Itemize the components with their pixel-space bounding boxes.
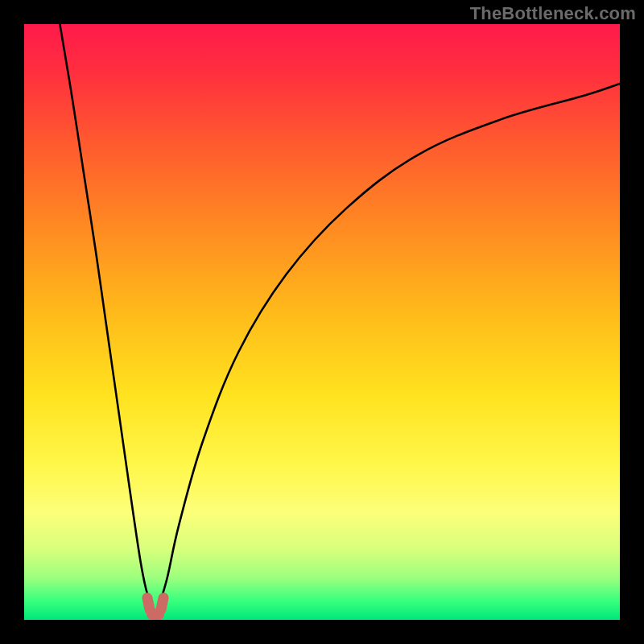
plot-area	[24, 24, 620, 620]
curve-right-branch	[159, 84, 621, 608]
chart-frame: TheBottleneck.com	[0, 0, 644, 644]
curve-left-branch	[60, 24, 152, 608]
bottleneck-curve	[24, 24, 620, 620]
watermark-text: TheBottleneck.com	[470, 3, 636, 24]
